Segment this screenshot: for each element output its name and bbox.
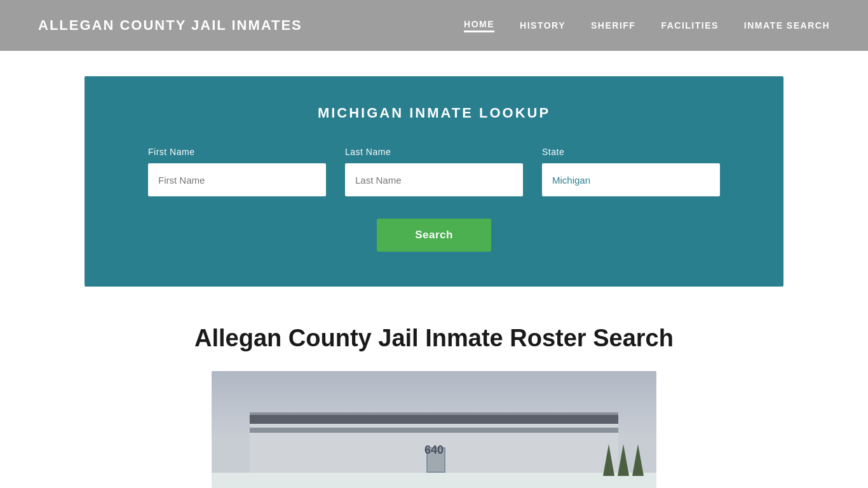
last-name-input[interactable]	[345, 163, 523, 196]
main-content: Allegan County Jail Inmate Roster Search…	[0, 312, 868, 488]
state-input[interactable]	[542, 163, 720, 196]
search-button-row: Search	[123, 219, 745, 252]
building-address: 640	[424, 444, 444, 457]
state-group: State	[542, 147, 720, 196]
tree-1	[603, 444, 614, 476]
state-label: State	[542, 147, 720, 157]
site-title: ALLEGAN COUNTY JAIL INMATES	[38, 17, 302, 34]
building-image: 640	[212, 371, 656, 488]
main-nav: HOME HISTORY SHERIFF FACILITIES INMATE S…	[464, 19, 830, 32]
nav-item-home[interactable]: HOME	[464, 19, 494, 32]
tree-3	[632, 444, 644, 476]
first-name-group: First Name	[148, 147, 326, 196]
search-button[interactable]: Search	[377, 219, 491, 252]
roster-title: Allegan County Jail Inmate Roster Search	[38, 325, 830, 352]
nav-item-history[interactable]: HISTORY	[520, 20, 566, 30]
snow-ground	[212, 473, 656, 488]
tree-2	[618, 444, 629, 476]
building-stripe	[250, 428, 618, 433]
search-panel-title: MICHIGAN INMATE LOOKUP	[123, 105, 745, 121]
site-header: ALLEGAN COUNTY JAIL INMATES HOME HISTORY…	[0, 0, 868, 51]
nav-item-inmate-search[interactable]: INMATE SEARCH	[744, 20, 830, 30]
nav-item-sheriff[interactable]: SHERIFF	[591, 20, 635, 30]
first-name-input[interactable]	[148, 163, 326, 196]
last-name-group: Last Name	[345, 147, 523, 196]
search-fields-row: First Name Last Name State	[123, 147, 745, 196]
first-name-label: First Name	[148, 147, 326, 157]
roof-stripe	[250, 415, 618, 424]
trees	[603, 444, 644, 476]
last-name-label: Last Name	[345, 147, 523, 157]
nav-item-facilities[interactable]: FACILITIES	[661, 20, 718, 30]
search-panel: MICHIGAN INMATE LOOKUP First Name Last N…	[85, 76, 783, 287]
building-body	[250, 412, 618, 473]
